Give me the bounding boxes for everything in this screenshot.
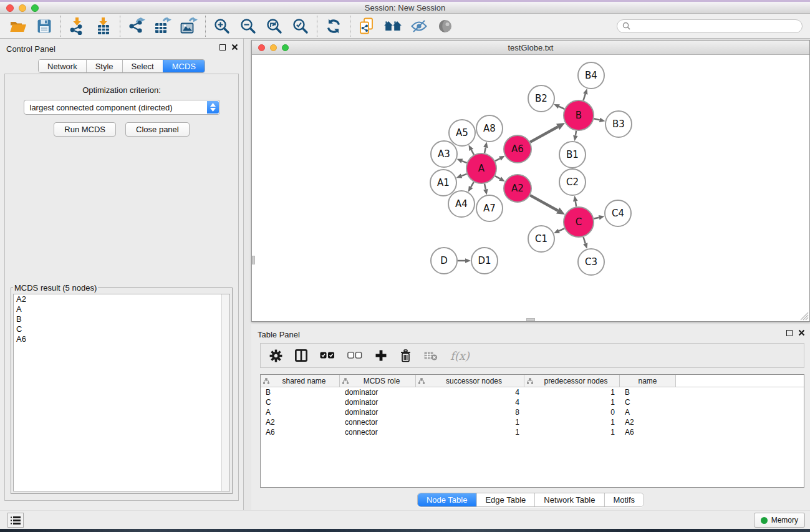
copy-network-document-icon	[359, 17, 375, 35]
tab-select[interactable]: Select	[122, 60, 163, 72]
close-panel-icon[interactable]	[231, 44, 238, 51]
delete-column-button[interactable]	[400, 349, 412, 362]
network-from-selection-button[interactable]	[354, 15, 380, 37]
graph-edge[interactable]	[530, 195, 558, 211]
network-graph[interactable]: B4B2BB3A8A5A6A3B1AC2A1A2A4A7C4CC1C3DD1	[252, 55, 809, 321]
home-button[interactable]	[380, 15, 406, 37]
tab-network-table[interactable]: Network Table	[534, 493, 604, 506]
zoom-out-button[interactable]	[235, 15, 261, 37]
scrollbar-track[interactable]	[221, 294, 229, 491]
graph-edge[interactable]	[471, 150, 474, 155]
column-header-MCDS-role[interactable]: MCDS role	[340, 375, 416, 387]
node-table[interactable]: shared nameMCDS rolesuccessor nodesprede…	[260, 374, 804, 488]
run-mcds-button[interactable]: Run MCDS	[54, 122, 116, 137]
graph-node-label: D1	[478, 255, 491, 266]
save-session-button[interactable]	[31, 15, 57, 37]
graph-edge[interactable]	[471, 182, 474, 187]
graph-edge[interactable]	[530, 127, 558, 142]
graph-edge[interactable]	[495, 158, 500, 161]
unchecked-boxes-icon	[347, 352, 362, 359]
search-input[interactable]	[634, 22, 797, 31]
close-panel-icon[interactable]	[798, 329, 805, 336]
mcds-result-title: MCDS result (5 nodes)	[13, 283, 98, 293]
show-columns-button[interactable]	[295, 349, 307, 362]
close-panel-button[interactable]: Close panel	[125, 122, 190, 137]
hide-selected-button[interactable]	[406, 15, 432, 37]
criterion-select[interactable]: largest connected component (directed)	[24, 100, 220, 115]
export-network-button[interactable]	[123, 15, 150, 37]
table-panel: Table Panel	[251, 324, 810, 510]
graph-edge[interactable]	[576, 131, 576, 136]
graph-edge[interactable]	[462, 161, 467, 163]
tab-edge-table[interactable]: Edge Table	[476, 493, 534, 506]
edge-arrowhead-icon	[583, 89, 587, 95]
network-view-window[interactable]: testGlobe.txt B4B2BB3A8A5A6A3B1AC2A1A2A4…	[251, 40, 810, 322]
mcds-result-item[interactable]: B	[14, 314, 229, 324]
graph-edge[interactable]	[594, 118, 599, 120]
graph-edge[interactable]	[559, 228, 564, 231]
column-header-successor-nodes[interactable]: successor nodes	[416, 375, 524, 387]
network-window-titlebar[interactable]: testGlobe.txt	[252, 41, 809, 55]
graph-edge[interactable]	[485, 183, 486, 189]
splitter-nub[interactable]	[252, 256, 255, 264]
tab-mcds[interactable]: MCDS	[163, 60, 205, 72]
tab-node-table[interactable]: Node Table	[418, 493, 476, 506]
table-row[interactable]: A2connector11A2	[261, 417, 804, 427]
graph-edge[interactable]	[576, 201, 576, 207]
checked-boxes-icon	[320, 352, 335, 359]
control-panel-header: Control Panel	[0, 39, 243, 56]
graph-edge[interactable]	[594, 218, 599, 219]
export-table-button[interactable]	[150, 15, 176, 37]
eye-slash-icon	[410, 20, 428, 32]
window-titlebar[interactable]: Session: New Session	[0, 0, 810, 14]
table-row[interactable]: A6connector11A6	[261, 427, 804, 437]
float-panel-icon[interactable]	[219, 44, 226, 51]
table-row[interactable]: Bdominator41B	[261, 387, 804, 397]
column-header-shared-name[interactable]: shared name	[261, 375, 340, 387]
zoom-fit-button[interactable]	[261, 15, 287, 37]
graph-edge[interactable]	[485, 147, 486, 153]
table-cell: A	[261, 408, 340, 417]
resize-grip-icon[interactable]	[801, 312, 809, 321]
float-panel-icon[interactable]	[786, 330, 793, 336]
graph-edge[interactable]	[583, 237, 585, 244]
memory-button[interactable]: Memory	[754, 513, 805, 528]
mcds-result-list[interactable]: A2ABCA6	[13, 294, 230, 491]
table-settings-button[interactable]	[269, 349, 282, 362]
tab-style[interactable]: Style	[86, 60, 122, 72]
column-header-predecessor-nodes[interactable]: predecessor nodes	[524, 375, 620, 387]
unselect-all-columns-button[interactable]	[347, 352, 362, 359]
network-canvas[interactable]: B4B2BB3A8A5A6A3B1AC2A1A2A4A7C4CC1C3DD1	[252, 55, 809, 321]
search-field[interactable]	[617, 19, 803, 33]
mcds-result-item[interactable]: A2	[14, 294, 229, 304]
select-all-columns-button[interactable]	[320, 352, 335, 359]
table-row[interactable]: Cdominator41C	[261, 397, 804, 407]
open-file-button[interactable]	[5, 15, 31, 37]
graph-node-label: A3	[438, 148, 450, 160]
delete-table-button[interactable]	[424, 351, 438, 360]
zoom-in-button[interactable]	[209, 15, 235, 37]
import-network-button[interactable]	[64, 15, 90, 37]
import-table-button[interactable]	[90, 15, 117, 37]
table-row[interactable]: Adominator80A	[261, 407, 804, 417]
refresh-button[interactable]	[321, 15, 347, 37]
graph-edge[interactable]	[583, 94, 585, 101]
graph-edge[interactable]	[461, 174, 467, 176]
create-column-button[interactable]	[375, 349, 387, 362]
tab-motifs[interactable]: Motifs	[604, 493, 644, 506]
graph-edge[interactable]	[495, 176, 500, 178]
graph-edge[interactable]	[559, 107, 564, 109]
function-builder-button[interactable]: f(x)	[450, 349, 470, 362]
mcds-result-item[interactable]: A6	[14, 334, 229, 344]
show-all-button[interactable]	[432, 15, 458, 37]
graph-node-label: D	[440, 255, 448, 266]
task-history-button[interactable]	[7, 513, 24, 528]
mcds-result-item[interactable]: A	[14, 304, 229, 314]
mcds-result-item[interactable]: C	[14, 324, 229, 334]
splitter-nub[interactable]	[526, 318, 535, 321]
zoom-selected-button[interactable]	[287, 15, 314, 37]
shared-column-icon	[263, 378, 269, 384]
export-image-button[interactable]	[176, 15, 202, 37]
tab-network[interactable]: Network	[39, 60, 86, 72]
column-header-name[interactable]: name	[620, 375, 676, 387]
